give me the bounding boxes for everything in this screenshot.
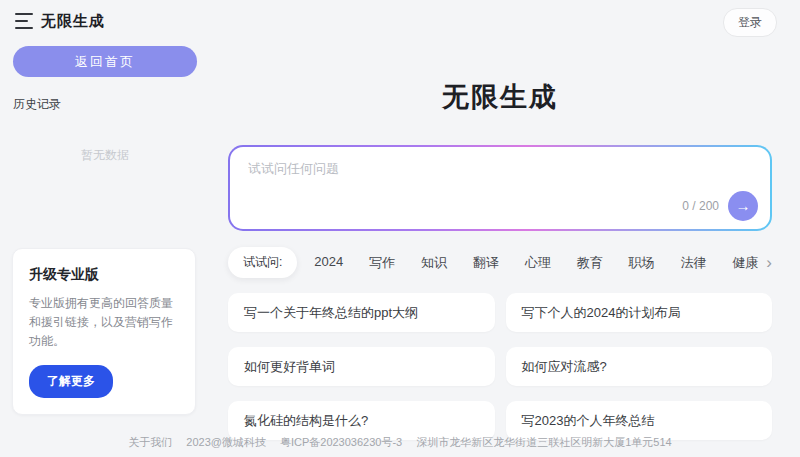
tag-list: 2024 写作 知识 翻译 心理 教育 职场 法律 健康: [314, 254, 758, 272]
tag-prefix-pill[interactable]: 试试问:: [228, 247, 297, 278]
footer-address: 深圳市龙华新区龙华街道三联社区明新大厦1单元514: [416, 435, 671, 450]
footer: 关于我们 2023@微城科技 粤ICP备2023036230号-3 深圳市龙华新…: [0, 435, 800, 450]
main-content: 无限生成 0 / 200 → 试试问: 2024 写作 知识 翻译 心理 教育 …: [228, 44, 772, 440]
tag-item-knowledge[interactable]: 知识: [421, 254, 447, 272]
upgrade-title: 升级专业版: [29, 266, 179, 284]
upgrade-description: 专业版拥有更高的回答质量和援引链接，以及营销写作功能。: [29, 294, 179, 351]
footer-about-link[interactable]: 关于我们: [128, 435, 172, 450]
tag-item-law[interactable]: 法律: [680, 254, 706, 272]
top-header: 无限生成 登录: [0, 0, 800, 44]
tag-item-psychology[interactable]: 心理: [525, 254, 551, 272]
suggestion-card[interactable]: 如何应对流感?: [506, 347, 773, 386]
footer-copyright: 2023@微城科技: [186, 435, 266, 450]
tags-row: 试试问: 2024 写作 知识 翻译 心理 教育 职场 法律 健康 ›: [228, 247, 772, 278]
send-arrow-icon[interactable]: →: [728, 191, 758, 221]
learn-more-button[interactable]: 了解更多: [29, 365, 113, 398]
suggestion-card[interactable]: 写下个人的2024的计划布局: [506, 293, 773, 332]
suggestion-cards: 写一个关于年终总结的ppt大纲 写下个人的2024的计划布局 如何更好背单词 如…: [228, 293, 772, 440]
tag-item-2024[interactable]: 2024: [314, 254, 343, 272]
login-button[interactable]: 登录: [723, 8, 777, 37]
chevron-right-icon[interactable]: ›: [766, 254, 772, 271]
back-home-button[interactable]: 返回首页: [13, 46, 197, 77]
char-count: 0 / 200: [682, 199, 719, 213]
prompt-box: 0 / 200 →: [230, 147, 770, 229]
tag-item-education[interactable]: 教育: [577, 254, 603, 272]
prompt-input[interactable]: [248, 160, 754, 198]
suggestion-card[interactable]: 如何更好背单词: [228, 347, 495, 386]
sidebar: 返回首页 历史记录 暂无数据 升级专业版 专业版拥有更高的回答质量和援引链接，以…: [0, 44, 210, 457]
app-title: 无限生成: [41, 12, 105, 31]
hamburger-menu-icon[interactable]: [15, 13, 33, 29]
tag-item-health[interactable]: 健康: [732, 254, 758, 272]
tag-item-writing[interactable]: 写作: [369, 254, 395, 272]
prompt-footer: 0 / 200 →: [682, 191, 758, 221]
history-empty-text: 暂无数据: [13, 147, 197, 164]
tag-item-translate[interactable]: 翻译: [473, 254, 499, 272]
suggestion-card[interactable]: 写一个关于年终总结的ppt大纲: [228, 293, 495, 332]
tag-item-career[interactable]: 职场: [629, 254, 655, 272]
page-title: 无限生成: [228, 79, 772, 115]
prompt-box-gradient-border: 0 / 200 →: [228, 145, 772, 231]
upgrade-card: 升级专业版 专业版拥有更高的回答质量和援引链接，以及营销写作功能。 了解更多: [12, 248, 196, 415]
footer-icp-number[interactable]: 粤ICP备2023036230号-3: [280, 435, 402, 450]
history-label: 历史记录: [13, 96, 197, 113]
